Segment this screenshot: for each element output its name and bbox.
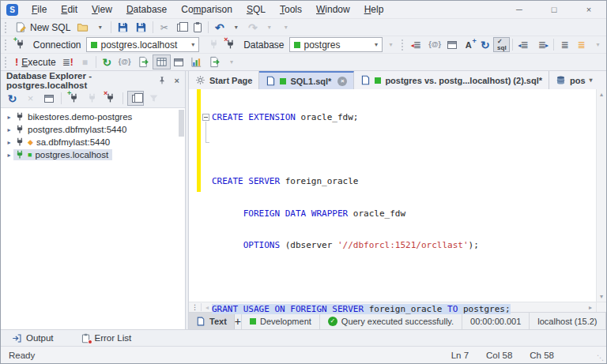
- tab-partial[interactable]: pos ▾: [549, 71, 606, 89]
- expand-icon[interactable]: ▸: [5, 152, 13, 159]
- refresh-suggestions-button[interactable]: ↻: [477, 37, 493, 52]
- toolbar-grip[interactable]: [5, 22, 8, 33]
- connection-tree[interactable]: ▸ bikestores.demo-postgres ▸ postgres.db…: [1, 107, 185, 329]
- chevron-down-icon[interactable]: ▾: [590, 77, 593, 84]
- resize-grip[interactable]: ⋱: [597, 354, 604, 362]
- close-icon[interactable]: ×: [175, 76, 179, 85]
- parameters-button[interactable]: {@}: [426, 37, 443, 52]
- query-profiling-button[interactable]: {@}: [115, 54, 134, 69]
- expand-icon[interactable]: ▸: [5, 126, 13, 133]
- pin-icon[interactable]: [157, 76, 167, 85]
- execute-button[interactable]: ! Execute: [12, 54, 59, 69]
- toolbar-separator: [96, 56, 96, 68]
- toolbar-grip[interactable]: [402, 39, 405, 51]
- export-button[interactable]: [205, 54, 224, 69]
- menu-item-window[interactable]: Window: [309, 2, 357, 17]
- scroll-down-icon[interactable]: ▾: [600, 293, 603, 300]
- tree-row-bikestores[interactable]: ▸ bikestores.demo-postgres: [1, 111, 185, 123]
- open-file-button[interactable]: [74, 20, 92, 35]
- new-snippet-button[interactable]: [134, 54, 153, 69]
- explorer-properties-button[interactable]: [40, 91, 57, 106]
- results-grid-button[interactable]: [153, 54, 171, 69]
- toolbar-execute: ! Execute ≣! ■ ↻ {@} ▾: [1, 53, 606, 70]
- paste-button[interactable]: [189, 20, 205, 35]
- sql-editor[interactable]: CREATE EXTENSION oracle_fdw; CREATE SERV…: [189, 89, 606, 302]
- menu-item-file[interactable]: File: [25, 2, 54, 17]
- menu-item-help[interactable]: Help: [357, 2, 391, 17]
- expand-icon[interactable]: ▸: [5, 139, 13, 146]
- stop-button[interactable]: ■: [77, 54, 93, 69]
- uncomment-button[interactable]: ≣: [573, 37, 590, 52]
- save-button[interactable]: [114, 20, 132, 35]
- explorer-refresh-button[interactable]: ↻: [4, 91, 21, 106]
- database-select[interactable]: postgres ▾: [289, 37, 383, 52]
- editor-vertical-scrollbar[interactable]: ▴ ▾: [596, 89, 606, 302]
- undo-dropdown[interactable]: ▾: [228, 20, 244, 35]
- tree-scrollbar[interactable]: [179, 110, 184, 137]
- split-editor-handle[interactable]: ⋮: [189, 303, 202, 311]
- bookmarks-button[interactable]: [443, 37, 460, 52]
- explorer-duplicate-button[interactable]: [127, 91, 144, 106]
- explorer-connect-button[interactable]: [84, 91, 100, 106]
- code-line: OPTIONS (dbserver '//dbforcl:1521/orclla…: [212, 240, 595, 251]
- menu-item-edit[interactable]: Edit: [54, 2, 85, 17]
- explorer-new-connection-button[interactable]: +: [66, 91, 82, 106]
- undo-button[interactable]: ↶: [211, 20, 228, 35]
- disconnect-button[interactable]: ×: [222, 37, 239, 52]
- scroll-up-icon[interactable]: ▴: [600, 91, 603, 98]
- connection-label: Connection: [33, 39, 81, 51]
- execute-script-button[interactable]: ≣!: [59, 54, 77, 69]
- cut-button[interactable]: ✂: [156, 20, 172, 35]
- close-button[interactable]: ×: [571, 1, 606, 18]
- menu-item-comparison[interactable]: Comparison: [174, 2, 239, 17]
- connection-toolbar-overflow[interactable]: ▾: [383, 37, 399, 52]
- toolbar-overflow[interactable]: ▾: [277, 20, 294, 35]
- copy-button[interactable]: [172, 20, 189, 35]
- redo-dropdown[interactable]: ▾: [261, 20, 277, 35]
- explorer-disconnect-button[interactable]: ×: [102, 91, 119, 106]
- new-sql-button[interactable]: New SQL: [12, 20, 74, 35]
- save-all-button[interactable]: [132, 20, 150, 35]
- connect-button[interactable]: [205, 37, 222, 52]
- layout-button[interactable]: [171, 54, 187, 69]
- visualize-button[interactable]: [187, 54, 205, 69]
- menu-item-sql[interactable]: SQL: [239, 2, 273, 17]
- toolbar-grip[interactable]: [5, 39, 8, 51]
- tab-comparison-document[interactable]: postgres vs. postg...localhost) (2).sql*: [354, 71, 549, 89]
- redo-button[interactable]: ↷: [244, 20, 261, 35]
- uppercase-button[interactable]: A+: [460, 37, 477, 52]
- editor-toolbar-overflow[interactable]: ▾: [590, 37, 606, 52]
- uppercase-icon: A+: [466, 40, 472, 50]
- explorer-filter-button[interactable]: [145, 91, 162, 106]
- tree-row-dbfmylast[interactable]: ▸ postgres.dbfmylast:5440: [1, 123, 185, 136]
- tree-row-postgres-localhost[interactable]: ▸ ■postgres.localhost: [1, 148, 185, 161]
- tree-row-sa-dbfmylast[interactable]: ▸ ◆sa.dbfmylast:5440: [1, 136, 185, 148]
- increase-indent-button[interactable]: ≣▸: [533, 37, 551, 52]
- execute-toolbar-overflow[interactable]: ▾: [224, 54, 240, 69]
- new-connection-button[interactable]: +: [12, 37, 28, 52]
- database-status-icon: [294, 42, 300, 48]
- comment-button[interactable]: ≣: [556, 37, 573, 52]
- connection-select[interactable]: postgres.localhost ▾: [86, 37, 200, 52]
- tab-error-list[interactable]: Error List: [81, 333, 132, 343]
- toolbar-grip[interactable]: [5, 57, 8, 68]
- goto-line-button[interactable]: ≣◂: [409, 37, 426, 52]
- minimize-button[interactable]: ─: [502, 1, 537, 18]
- query-history-button[interactable]: ↻: [99, 54, 115, 69]
- tab-output[interactable]: Output: [12, 333, 54, 343]
- tab-sql1[interactable]: SQL1.sql* ×: [259, 71, 354, 89]
- menu-item-database[interactable]: Database: [119, 2, 174, 17]
- maximize-button[interactable]: □: [537, 1, 571, 18]
- close-tab-icon[interactable]: ×: [337, 77, 347, 86]
- menu-item-tools[interactable]: Tools: [273, 2, 309, 17]
- query-history-icon: ↻: [102, 57, 111, 68]
- decrease-indent-button[interactable]: ≣◂: [515, 37, 533, 52]
- scroll-left-icon[interactable]: ◂: [202, 304, 213, 311]
- tab-start-page[interactable]: Start Page: [189, 71, 259, 89]
- menu-item-view[interactable]: View: [85, 2, 119, 17]
- expand-icon[interactable]: ▸: [5, 114, 13, 121]
- format-sql-button[interactable]: ✓sql: [493, 37, 510, 52]
- open-file-dropdown[interactable]: ▾: [92, 20, 108, 35]
- fold-collapse-icon[interactable]: [202, 114, 209, 121]
- explorer-delete-button[interactable]: ×: [22, 91, 39, 106]
